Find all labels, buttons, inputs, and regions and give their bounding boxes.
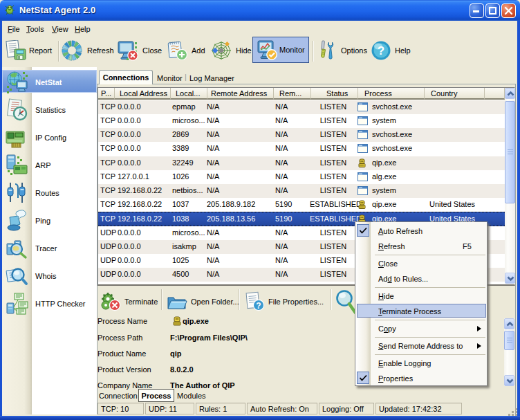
- svg-text:?: ?: [256, 301, 261, 311]
- svg-text:?: ?: [378, 44, 384, 57]
